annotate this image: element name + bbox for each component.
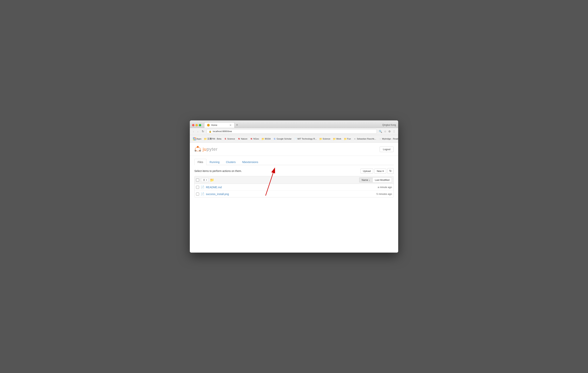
bookmark-bssa[interactable]: 📁 BSSA xyxy=(261,137,272,141)
tab-nbextensions[interactable]: Nbextensions xyxy=(239,159,262,165)
folder-icon: 📁 xyxy=(204,137,207,140)
back-button[interactable]: ‹ xyxy=(192,130,195,134)
item-count: 0 ▾ xyxy=(201,178,209,182)
file-link-success[interactable]: success_install.png xyxy=(206,193,376,196)
new-tab-button[interactable]: + xyxy=(234,122,240,128)
select-info-text: Select items to perform actions on them. xyxy=(194,169,242,173)
logout-button[interactable]: Logout xyxy=(380,146,394,152)
search-icon[interactable]: 🔍 xyxy=(378,130,383,133)
toolbar-right: Upload New ▾ ↻ xyxy=(360,168,394,174)
bookmark-apps-label: Apps xyxy=(196,138,201,140)
tab-title: Home xyxy=(211,124,217,126)
mit-favicon: 📄 xyxy=(294,137,297,140)
bookmark-google-scholar-label: Google Scholar xyxy=(277,138,292,140)
bookmark-science-label: Science xyxy=(227,138,235,140)
extensions-icon[interactable]: ⚙ xyxy=(388,130,391,133)
science-favicon: S xyxy=(224,137,227,140)
tab-running[interactable]: Running xyxy=(207,159,223,165)
title-bar: Home ✕ + Qingkai Kong xyxy=(190,120,398,128)
jupyter-logo-text: jupyter xyxy=(203,146,218,152)
mybridge-favicon: ○ xyxy=(379,137,381,140)
file-icon-readme: 📄 xyxy=(201,185,204,189)
main-area: Files Running Clusters Nbextensions Sele… xyxy=(190,156,398,200)
file-table: 0 ▾ 📁 Name ↓ Last Modified 📄 README.md xyxy=(194,176,394,197)
bookmark-bssa-label: BSSA xyxy=(265,138,271,140)
select-all-checkbox[interactable] xyxy=(196,178,199,182)
new-dropdown-icon: ▾ xyxy=(382,170,384,173)
bookmark-mit-tech[interactable]: 📄 MIT Technology R... xyxy=(293,137,318,141)
bookmark-mit-label: MIT Technology R... xyxy=(297,138,317,140)
bookmark-sebastian[interactable]: ≋ Sebastian Raschk... xyxy=(352,137,377,141)
tabs-bar: Home ✕ + Qingkai Kong xyxy=(204,122,396,128)
bookmark-science2-label: Science xyxy=(323,138,330,140)
ngeo-favicon: N xyxy=(250,137,253,140)
file-checkbox-readme[interactable] xyxy=(196,186,199,189)
browser-window: Home ✕ + Qingkai Kong ‹ › ↻ 🔒 localhost:… xyxy=(190,120,398,253)
upload-button[interactable]: Upload xyxy=(360,168,373,174)
file-link-readme[interactable]: README.md xyxy=(206,186,378,189)
science2-folder-icon: 📁 xyxy=(319,137,322,140)
bookmark-google-scholar[interactable]: G Google Scholar xyxy=(272,137,293,141)
browser-tab-home[interactable]: Home ✕ xyxy=(204,122,234,128)
count-dropdown-icon[interactable]: ▾ xyxy=(206,179,207,181)
new-button-label: New xyxy=(377,170,382,173)
item-count-value: 0 xyxy=(203,178,205,181)
bookmark-mybridge-label: Mybridge - Readi... xyxy=(382,138,398,140)
bookmark-ngeo[interactable]: N NGeo xyxy=(249,137,260,141)
star-icon[interactable]: ☆ xyxy=(383,130,387,133)
menu-icon[interactable]: ⋮ xyxy=(392,130,396,133)
file-time-readme: a minute ago xyxy=(378,186,392,189)
google-scholar-favicon: G xyxy=(273,137,276,140)
traffic-lights xyxy=(192,124,201,126)
bookmark-sebastian-label: Sebastian Raschk... xyxy=(357,138,376,140)
jupyter-logo: jupyter xyxy=(194,146,218,153)
bookmark-science[interactable]: S Science xyxy=(223,137,236,141)
bookmark-nature[interactable]: N Nature xyxy=(237,137,249,141)
file-time-success: 5 minutes ago xyxy=(376,193,392,195)
bssa-folder-icon: 📁 xyxy=(262,137,264,140)
sort-name-button[interactable]: Name ↓ xyxy=(359,177,373,183)
sort-buttons: Name ↓ Last Modified xyxy=(359,177,392,183)
work-folder-icon: 📁 xyxy=(333,137,336,140)
sebastian-favicon: ≋ xyxy=(354,137,356,140)
maximize-button[interactable] xyxy=(199,124,201,126)
refresh-button[interactable]: ↻ xyxy=(201,129,205,134)
file-icon-success: 📄 xyxy=(201,192,204,196)
bookmark-douban[interactable]: 📁 豆瓣FM - Beta xyxy=(203,137,222,141)
bookmark-work-label: Work xyxy=(336,138,341,140)
bookmark-fun-label: Fun xyxy=(347,138,351,140)
bookmark-mybridge[interactable]: ○ Mybridge - Readi... xyxy=(378,137,398,141)
tab-files[interactable]: Files xyxy=(194,159,207,165)
jupyter-header: jupyter Logout xyxy=(190,143,398,156)
bookmark-science2[interactable]: 📁 Science xyxy=(318,137,332,141)
file-checkbox-success[interactable] xyxy=(196,193,199,196)
new-folder-button[interactable]: 📁 xyxy=(210,178,214,182)
file-row: 📄 success_install.png 5 minutes ago xyxy=(195,191,393,197)
lock-icon: 🔒 xyxy=(209,130,212,133)
apps-icon xyxy=(193,137,196,140)
toolbar-row: Select items to perform actions on them.… xyxy=(194,168,394,174)
forward-button[interactable]: › xyxy=(196,130,199,134)
bookmark-apps[interactable]: Apps xyxy=(192,137,202,141)
minimize-button[interactable] xyxy=(196,124,198,126)
close-button[interactable] xyxy=(192,124,194,126)
nav-tabs: Files Running Clusters Nbextensions xyxy=(194,159,394,165)
nature-favicon: N xyxy=(238,137,240,140)
table-header: 0 ▾ 📁 Name ↓ Last Modified xyxy=(195,176,393,184)
new-button[interactable]: New ▾ xyxy=(374,168,386,174)
tab-clusters[interactable]: Clusters xyxy=(223,159,239,165)
bookmark-fun[interactable]: 📁 Fun xyxy=(343,137,352,141)
tab-close-icon[interactable]: ✕ xyxy=(229,124,232,127)
bookmark-work[interactable]: 📁 Work xyxy=(332,137,343,141)
navigation-bar: ‹ › ↻ 🔒 localhost:8890/tree 🔍 ☆ ⚙ ⋮ xyxy=(190,128,398,135)
jupyter-logo-icon xyxy=(194,146,201,153)
url-text: localhost:8890/tree xyxy=(213,130,375,133)
refresh-button-files[interactable]: ↻ xyxy=(387,168,394,174)
svg-point-3 xyxy=(197,146,198,147)
fun-folder-icon: 📁 xyxy=(344,137,347,140)
url-bar[interactable]: 🔒 localhost:8890/tree xyxy=(207,129,377,134)
sort-modified-button[interactable]: Last Modified xyxy=(373,177,392,183)
user-name: Qingkai Kong xyxy=(382,124,396,128)
bookmark-douban-label: 豆瓣FM - Beta xyxy=(207,137,221,140)
file-row: 📄 README.md a minute ago xyxy=(195,184,393,191)
